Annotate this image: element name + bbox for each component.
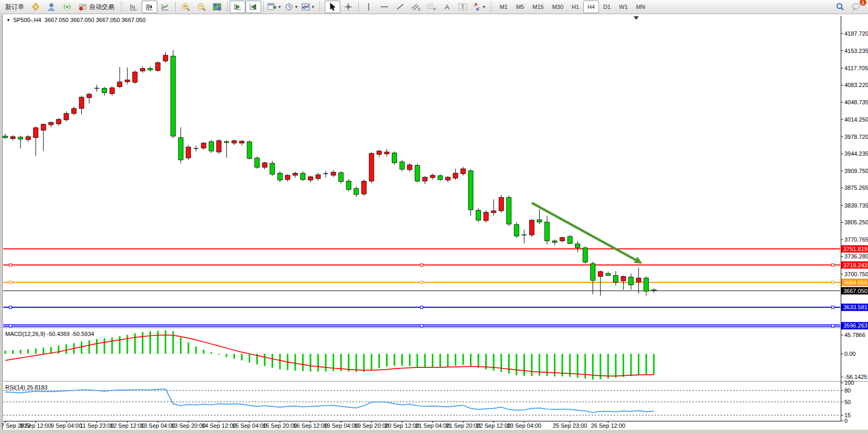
- mql-diamond-icon[interactable]: [28, 1, 44, 13]
- macd-histogram-bar: [378, 354, 380, 368]
- time-axis[interactable]: 7 Sep 20228 Sep 12:009 Sep 04:0011 Sep 2…: [1, 421, 625, 429]
- zoom-out-button[interactable]: [194, 1, 209, 13]
- candle-body: [400, 162, 404, 169]
- price-label-badge: 3596.263: [841, 322, 868, 329]
- chart-shift-button[interactable]: [245, 1, 261, 13]
- macd-histogram-bar: [401, 354, 403, 366]
- candle-body: [377, 151, 381, 155]
- candlestick-chart-button[interactable]: [142, 1, 157, 13]
- candle-body: [270, 164, 275, 175]
- tf-button-h1[interactable]: H1: [567, 1, 583, 13]
- signals-icon[interactable]: [59, 1, 75, 13]
- equidistant-channel-button[interactable]: E: [408, 1, 424, 13]
- crosshair-button[interactable]: [340, 1, 356, 13]
- bar-chart-button[interactable]: [126, 1, 142, 13]
- fibonacci-button[interactable]: F: [424, 1, 440, 13]
- chart-canvas[interactable]: 4187.7204153.2354117.7054083.2204048.735…: [0, 15, 868, 434]
- text-button[interactable]: A: [440, 1, 455, 13]
- price-label-badge: 3667.050: [841, 287, 868, 295]
- macd-histogram-bar: [27, 349, 29, 354]
- tile-windows-button[interactable]: [209, 1, 225, 13]
- tf-button-m1[interactable]: M1: [496, 1, 512, 13]
- tf-button-mn[interactable]: MN: [632, 1, 649, 13]
- line-chart-button[interactable]: [157, 1, 173, 13]
- macd-histogram-bar: [96, 339, 98, 354]
- candle-body: [606, 274, 610, 276]
- candle-body: [567, 236, 572, 243]
- candle-body: [369, 154, 374, 181]
- line-handle[interactable]: [9, 281, 12, 284]
- auto-trading-button[interactable]: 自动交易: [75, 1, 118, 13]
- period-clock-button[interactable]: ▼: [283, 1, 300, 13]
- toolbar-separator: [358, 2, 359, 12]
- line-handle[interactable]: [832, 281, 834, 284]
- price-axis-tick: 3978.720: [844, 134, 868, 140]
- tf-button-m15[interactable]: M15: [528, 1, 548, 13]
- line-handle[interactable]: [832, 264, 834, 266]
- vertical-line-button[interactable]: [361, 1, 377, 13]
- line-handle[interactable]: [832, 306, 834, 309]
- time-axis-label: 11 Sep 23:00: [80, 422, 114, 429]
- time-axis-label: 13 Sep 04:00: [141, 422, 175, 429]
- macd-histogram-bar: [134, 333, 136, 354]
- zoom-out-icon: [197, 3, 206, 12]
- macd-histogram-bar: [149, 331, 151, 354]
- line-handle[interactable]: [421, 324, 423, 327]
- arrows-button[interactable]: ▼: [471, 1, 488, 13]
- price-axis-tick: 3875.265: [844, 185, 868, 191]
- price-label-badge: 3684.056: [841, 279, 868, 286]
- line-handle[interactable]: [9, 306, 12, 309]
- macd-histogram-bar: [111, 338, 113, 354]
- candle-body: [148, 69, 153, 70]
- candle-body: [361, 181, 366, 194]
- text-label-button[interactable]: T: [455, 1, 471, 13]
- tf-button-w1[interactable]: W1: [615, 1, 632, 13]
- line-handle[interactable]: [832, 324, 834, 327]
- line-handle[interactable]: [421, 306, 423, 309]
- horizontal-line-icon: [380, 3, 389, 10]
- line-handle[interactable]: [421, 281, 423, 284]
- candle-body: [415, 165, 420, 181]
- macd-histogram-bar: [188, 342, 189, 354]
- macd-histogram-bar: [180, 338, 181, 354]
- new-chart-button[interactable]: ▼: [266, 1, 283, 13]
- candle-body: [537, 220, 542, 222]
- price-axis-tick: 3700.750: [844, 271, 868, 277]
- candle-body: [125, 80, 130, 82]
- macd-histogram-bar: [165, 330, 166, 354]
- candle-body: [468, 171, 473, 210]
- indicators-button[interactable]: ▼: [300, 1, 317, 13]
- macd-histogram-bar: [42, 348, 44, 354]
- macd-histogram-bar: [531, 354, 532, 376]
- community-user-icon[interactable]: [44, 1, 59, 13]
- auto-scroll-button[interactable]: [230, 1, 245, 13]
- candle-body: [445, 177, 450, 180]
- tf-button-h4[interactable]: H4: [583, 1, 599, 13]
- time-axis-label: 9 Sep 04:00: [51, 422, 82, 429]
- line-handle[interactable]: [421, 264, 423, 266]
- macd-histogram-bar: [463, 354, 464, 365]
- chevron-down-icon: ▼: [294, 5, 298, 9]
- macd-histogram-bar: [20, 350, 22, 354]
- search-button[interactable]: [832, 1, 848, 13]
- macd-histogram-bar: [409, 354, 411, 366]
- candlestick-chart-icon: [145, 3, 154, 11]
- macd-histogram-bar: [348, 354, 349, 372]
- tf-button-m5[interactable]: M5: [512, 1, 528, 13]
- chat-button[interactable]: 1: [848, 1, 864, 13]
- price-axis-tick: 3839.735: [844, 202, 868, 209]
- macd-histogram-bar: [432, 354, 433, 367]
- zoom-in-button[interactable]: [178, 1, 194, 13]
- text-icon: A: [444, 3, 451, 11]
- line-handle[interactable]: [9, 264, 12, 266]
- cursor-button[interactable]: [325, 1, 340, 13]
- candle-body: [255, 158, 260, 167]
- tf-button-m30[interactable]: M30: [548, 1, 567, 13]
- macd-histogram-bar: [638, 354, 639, 375]
- new-order-button[interactable]: 新订单: [2, 1, 28, 13]
- tf-button-d1[interactable]: D1: [599, 1, 615, 13]
- trendline-button[interactable]: [392, 1, 408, 13]
- horizontal-line-button[interactable]: [377, 1, 392, 13]
- line-handle[interactable]: [9, 324, 12, 327]
- price-label-badge: 3751.819: [841, 245, 868, 253]
